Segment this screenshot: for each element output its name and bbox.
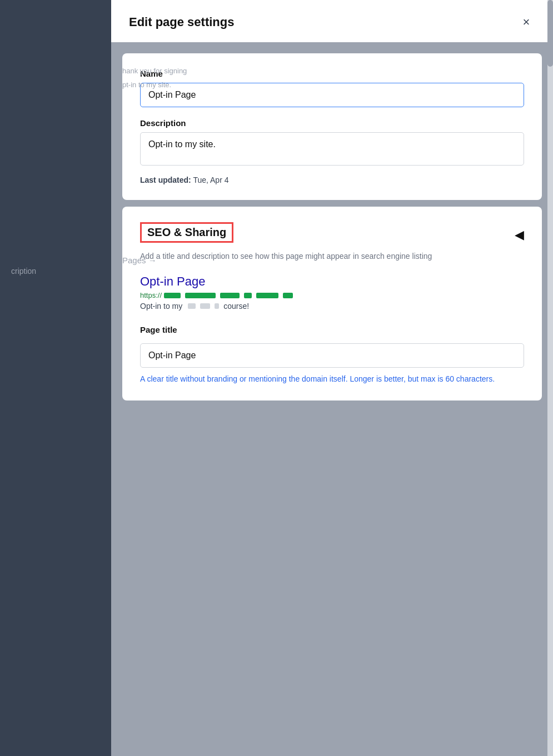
modal-top-section: Edit page settings × — [111, 0, 553, 42]
sidebar-text-1: cription — [11, 267, 100, 276]
sidebar-background: cription — [0, 0, 111, 756]
modal-header: Edit page settings × — [129, 13, 535, 31]
close-button[interactable]: × — [517, 13, 535, 31]
bg-pages-link: Pages → — [122, 256, 542, 265]
bg-text-optin: pt-in to my site. — [122, 81, 542, 89]
sidebar-bg-text: cription — [0, 0, 111, 756]
modal-title: Edit page settings — [129, 15, 234, 29]
bg-content-area: hank you for signing pt-in to my site. P… — [111, 56, 553, 756]
bg-text-signing: hank you for signing — [122, 67, 542, 75]
pages-text: Pages → — [122, 256, 157, 265]
